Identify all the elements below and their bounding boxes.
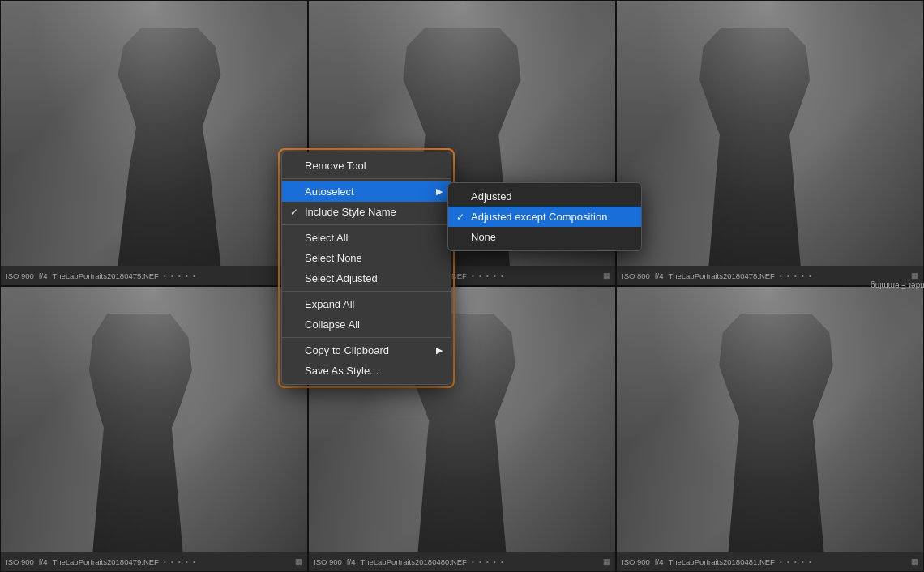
menu-item-select-none[interactable]: Select None bbox=[282, 248, 451, 268]
photo-cell-6: ISO 900 f/4 TheLabPortraits20180481.NEF … bbox=[616, 286, 924, 572]
menu-item-remove-tool[interactable]: Remove Tool bbox=[282, 156, 451, 176]
menu-separator-3 bbox=[282, 291, 451, 292]
photo-filename-5: TheLabPortraits20180480.NEF bbox=[360, 557, 467, 566]
photo-dots-5: • • • • • bbox=[472, 558, 505, 566]
submenu-item-adjusted[interactable]: Adjusted bbox=[448, 186, 641, 207]
photo-aperture-3: f/4 bbox=[655, 271, 664, 280]
photo-iso-6: ISO 900 bbox=[622, 557, 650, 566]
menu-label-autoselect: Autoselect bbox=[305, 186, 354, 198]
photo-footer-4: ISO 900 f/4 TheLabPortraits20180479.NEF … bbox=[1, 552, 307, 571]
submenu-label-adjusted-except-composition: Adjusted except Composition bbox=[471, 211, 607, 223]
photo-grid-icon-2: ▦ bbox=[603, 271, 610, 280]
photo-aperture-1: f/4 bbox=[39, 271, 48, 280]
photo-iso-4: ISO 900 bbox=[6, 557, 34, 566]
photo-grid-icon-6: ▦ bbox=[911, 557, 918, 566]
menu-label-select-none: Select None bbox=[305, 252, 362, 264]
photo-aperture-6: f/4 bbox=[655, 557, 664, 566]
photo-dots-2: • • • • • bbox=[472, 272, 505, 280]
submenu-item-none[interactable]: None bbox=[448, 227, 641, 247]
photo-dots-1: • • • • • bbox=[164, 272, 197, 280]
photo-filename-3: TheLabPortraits20180478.NEF bbox=[668, 271, 775, 280]
photo-image-4 bbox=[1, 287, 307, 552]
photo-filename-4: TheLabPortraits20180479.NEF bbox=[52, 557, 159, 566]
photo-cell-1: ISO 900 f/4 TheLabPortraits20180475.NEF … bbox=[0, 0, 308, 286]
menu-label-collapse-all: Collapse All bbox=[305, 318, 360, 331]
menu-label-expand-all: Expand All bbox=[305, 298, 354, 310]
context-menu-border: Remove Tool Autoselect ▶ ✓ Include Style… bbox=[278, 148, 455, 388]
submenu-label-none: None bbox=[471, 231, 496, 243]
photo-iso-3: ISO 800 bbox=[622, 271, 650, 280]
photo-grid-icon-3: ▦ bbox=[911, 271, 918, 280]
photo-dots-6: • • • • • bbox=[780, 558, 813, 566]
photo-footer-6: ISO 900 f/4 TheLabPortraits20180481.NEF … bbox=[617, 552, 923, 571]
menu-label-select-all: Select All bbox=[305, 232, 348, 244]
menu-item-select-all[interactable]: Select All bbox=[282, 228, 451, 248]
menu-item-collapse-all[interactable]: Collapse All bbox=[282, 314, 451, 335]
photo-aperture-4: f/4 bbox=[39, 557, 48, 566]
photo-iso-5: ISO 900 bbox=[314, 557, 342, 566]
menu-item-copy-to-clipboard[interactable]: Copy to Clipboard ▶ bbox=[282, 340, 451, 361]
photo-iso-1: ISO 900 bbox=[6, 271, 34, 280]
menu-label-remove-tool: Remove Tool bbox=[305, 160, 366, 172]
photo-filename-1: TheLabPortraits20180475.NEF bbox=[52, 271, 159, 280]
menu-label-copy-to-clipboard: Copy to Clipboard bbox=[305, 344, 389, 356]
menu-item-include-style-name[interactable]: ✓ Include Style Name bbox=[282, 202, 451, 222]
submenu-label-adjusted: Adjusted bbox=[471, 190, 512, 203]
photo-aperture-5: f/4 bbox=[347, 557, 356, 566]
photo-image-6 bbox=[617, 287, 923, 552]
arrow-icon-autoselect: ▶ bbox=[436, 186, 443, 197]
menu-label-select-adjusted: Select Adjusted bbox=[305, 272, 378, 284]
submenu-item-adjusted-except-composition[interactable]: ✓ Adjusted except Composition bbox=[448, 207, 641, 227]
context-menu: Remove Tool Autoselect ▶ ✓ Include Style… bbox=[281, 152, 451, 385]
menu-item-save-as-style[interactable]: Save As Style... bbox=[282, 361, 451, 381]
arrow-icon-copy-to-clipboard: ▶ bbox=[436, 345, 443, 356]
photo-footer-5: ISO 900 f/4 TheLabPortraits20180480.NEF … bbox=[309, 552, 615, 571]
photo-dots-4: • • • • • bbox=[164, 558, 197, 566]
photo-cell-4: ISO 900 f/4 TheLabPortraits20180479.NEF … bbox=[0, 286, 308, 572]
submenu: Adjusted ✓ Adjusted except Composition N… bbox=[447, 182, 642, 251]
menu-separator-4 bbox=[282, 337, 451, 338]
menu-item-expand-all[interactable]: Expand All bbox=[282, 294, 451, 314]
menu-label-save-as-style: Save As Style... bbox=[305, 365, 379, 377]
photo-dots-3: • • • • • bbox=[780, 272, 813, 280]
menu-label-include-style-name: Include Style Name bbox=[305, 206, 396, 218]
checkmark-icon-adjusted-except-composition: ✓ bbox=[456, 211, 464, 223]
menu-separator-1 bbox=[282, 178, 451, 179]
photo-grid: ISO 900 f/4 TheLabPortraits20180475.NEF … bbox=[0, 0, 924, 572]
menu-separator-2 bbox=[282, 224, 451, 225]
photo-grid-icon-5: ▦ bbox=[603, 557, 610, 566]
photo-image-1 bbox=[1, 1, 307, 266]
photo-image-3 bbox=[617, 1, 923, 266]
photo-filename-6: TheLabPortraits20180481.NEF bbox=[668, 557, 775, 566]
checkmark-icon-include-style-name: ✓ bbox=[290, 207, 298, 218]
menu-item-autoselect[interactable]: Autoselect ▶ bbox=[282, 181, 451, 202]
photo-cell-3: ISO 800 f/4 TheLabPortraits20180478.NEF … bbox=[616, 0, 924, 286]
photo-footer-1: ISO 900 f/4 TheLabPortraits20180475.NEF … bbox=[1, 266, 307, 285]
photo-grid-icon-4: ▦ bbox=[295, 557, 302, 566]
watermark: © Alexander Flemming bbox=[871, 282, 924, 291]
menu-item-select-adjusted[interactable]: Select Adjusted bbox=[282, 268, 451, 288]
